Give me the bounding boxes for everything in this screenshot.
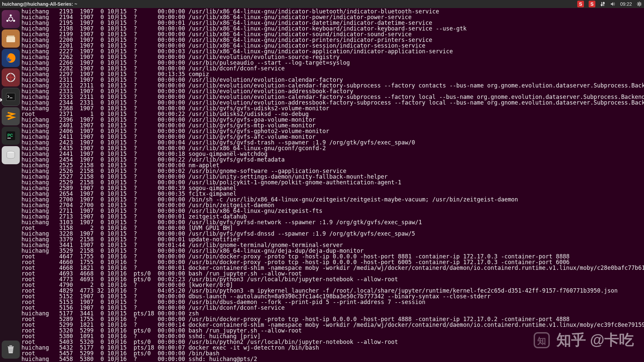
top-panel: huichang@huichang-All-Series: ~ S S 09:2… <box>0 0 644 8</box>
trash-icon[interactable] <box>2 341 20 359</box>
svg-rect-5 <box>7 36 14 37</box>
svg-point-3 <box>13 20 15 22</box>
unity-launcher: PC <box>0 8 21 362</box>
network-icon[interactable] <box>600 1 605 7</box>
sogou-tray-icon-2[interactable]: S <box>589 1 595 7</box>
sogou-tray-icon[interactable]: S <box>577 1 584 7</box>
svg-rect-6 <box>6 37 15 42</box>
files-icon[interactable] <box>2 29 20 48</box>
svg-text:PC: PC <box>7 133 13 138</box>
svg-point-0 <box>638 3 640 5</box>
window-title: huichang@huichang-All-Series: ~ <box>2 1 77 7</box>
active-app-indicator <box>0 98 2 102</box>
svg-rect-9 <box>6 93 15 101</box>
terminal-icon[interactable] <box>2 88 20 106</box>
volume-icon[interactable] <box>610 1 615 7</box>
svg-point-2 <box>10 14 12 16</box>
svg-rect-14 <box>8 346 14 347</box>
firefox-icon[interactable] <box>2 49 20 67</box>
terminal-output[interactable]: huichang 2193 1907 0 10月15 ? 00:00:00 /u… <box>21 8 644 362</box>
dash-icon[interactable] <box>2 10 20 28</box>
disk-icon[interactable] <box>2 146 20 164</box>
sublime-icon[interactable] <box>2 107 20 125</box>
svg-point-4 <box>6 20 8 22</box>
clock[interactable]: 09:22 <box>620 1 632 7</box>
ps-row: huichang 5458 5380 0 10月16 ? 00:00:00 ss… <box>21 356 644 362</box>
meld-icon[interactable] <box>2 68 20 86</box>
gear-icon[interactable] <box>637 1 642 7</box>
svg-point-1 <box>9 17 13 21</box>
svg-rect-12 <box>7 138 11 138</box>
svg-rect-15 <box>9 345 12 346</box>
system-tray: S S 09:22 <box>577 1 642 7</box>
pycharm-icon[interactable]: PC <box>2 127 20 145</box>
